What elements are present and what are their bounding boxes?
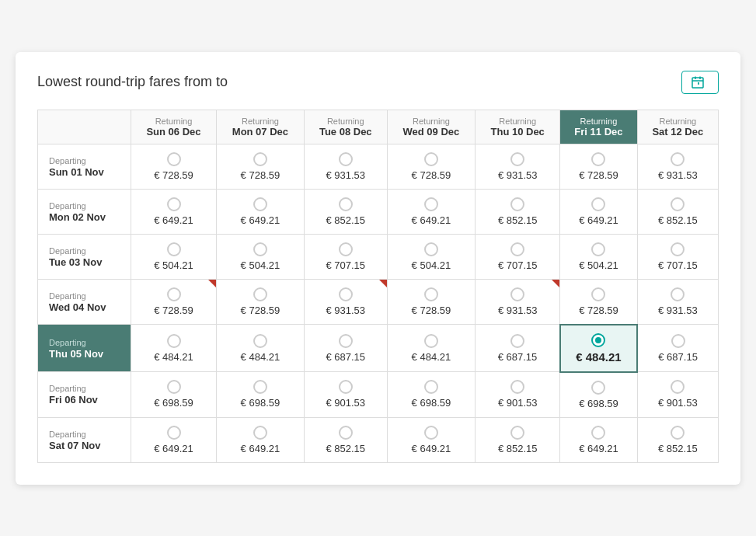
price-cell-r2-c2[interactable]: € 707.15 [304,234,387,279]
col-3-date: Wed 09 Dec [392,126,471,137]
price-text: € 728.59 [412,305,451,316]
radio-price-group: € 504.21 [221,242,299,271]
price-cell-r2-c5[interactable]: € 504.21 [560,234,637,279]
radio-circle [424,426,438,440]
price-cell-r5-c0[interactable]: € 698.59 [131,372,217,418]
change-dates-button[interactable] [681,71,719,94]
price-cell-r0-c5[interactable]: € 728.59 [560,144,637,189]
radio-price-group: € 931.53 [643,152,713,181]
radio-price-group: € 687.15 [309,334,382,363]
price-cell-r4-c2[interactable]: € 687.15 [304,325,387,372]
radio-price-group: € 504.21 [136,242,211,271]
price-cell-r1-c4[interactable]: € 852.15 [476,189,560,234]
departing-date: Sat 07 Nov [49,440,120,451]
price-cell-r0-c2[interactable]: € 931.53 [304,144,387,189]
radio-circle [424,197,438,211]
price-cell-r2-c3[interactable]: € 504.21 [387,234,476,279]
price-text: € 931.53 [326,305,365,316]
price-cell-r3-c2[interactable]: € 931.53 [304,279,387,325]
radio-circle [424,380,438,394]
price-cell-r4-c0[interactable]: € 484.21 [131,325,217,372]
radio-circle [339,287,353,301]
radio-price-group: € 698.59 [136,380,211,409]
departing-date: Wed 04 Nov [49,301,120,313]
col-2-label: Returning [309,117,382,126]
price-cell-r5-c1[interactable]: € 698.59 [217,372,305,418]
price-cell-r3-c0[interactable]: € 728.59 [131,279,217,325]
radio-circle [167,426,181,440]
price-cell-r0-c0[interactable]: € 728.59 [131,144,217,189]
radio-circle [339,334,353,348]
price-cell-r5-c6[interactable]: € 901.53 [637,372,718,418]
price-cell-r1-c1[interactable]: € 649.21 [217,189,305,234]
radio-price-group: € 707.15 [309,242,382,271]
price-cell-r1-c3[interactable]: € 649.21 [387,189,476,234]
price-cell-r5-c3[interactable]: € 698.59 [387,372,476,418]
departing-date: Tue 03 Nov [49,256,120,268]
col-2-date: Tue 08 Dec [309,126,382,137]
price-text: € 931.53 [498,169,538,181]
table-row: DepartingThu 05 Nov € 484.21 € 484.21 € … [38,325,719,372]
departing-label: Departing [49,384,86,393]
price-cell-r5-c4[interactable]: € 901.53 [476,372,560,418]
price-cell-r6-c6[interactable]: € 852.15 [637,417,718,462]
price-cell-r6-c4[interactable]: € 852.15 [476,417,560,462]
price-cell-r4-c4[interactable]: € 687.15 [476,325,560,372]
price-cell-r4-c5[interactable]: € 484.21 [560,325,637,372]
departing-label: Departing [49,291,86,301]
price-cell-r4-c1[interactable]: € 484.21 [217,325,305,372]
price-cell-r2-c1[interactable]: € 504.21 [217,234,305,279]
departing-label: Departing [49,430,86,439]
radio-price-group: € 852.15 [309,426,382,454]
row-header-5: DepartingFri 06 Nov [38,372,131,418]
price-cell-r6-c1[interactable]: € 649.21 [217,417,305,462]
radio-circle [671,380,685,394]
price-cell-r3-c5[interactable]: € 728.59 [560,279,637,325]
col-header-0: Returning Sun 06 Dec [131,110,217,144]
price-cell-r5-c2[interactable]: € 901.53 [304,372,387,418]
radio-circle [253,426,267,440]
price-cell-r0-c4[interactable]: € 931.53 [476,144,560,189]
price-cell-r6-c5[interactable]: € 649.21 [560,417,637,462]
price-cell-r2-c4[interactable]: € 707.15 [476,234,560,279]
price-cell-r6-c3[interactable]: € 649.21 [387,417,476,462]
price-cell-r5-c5[interactable]: € 698.59 [560,372,637,418]
radio-circle [510,152,524,166]
price-cell-r2-c0[interactable]: € 504.21 [131,234,217,279]
price-cell-r1-c2[interactable]: € 852.15 [304,189,387,234]
price-text: € 931.53 [498,305,538,316]
departing-label: Departing [49,338,86,347]
radio-price-group: € 687.15 [643,334,713,363]
radio-price-group: € 931.53 [480,287,555,316]
col-0-label: Returning [136,117,211,126]
radio-circle [167,287,181,301]
price-cell-r1-c6[interactable]: € 852.15 [637,189,718,234]
price-text: € 852.15 [326,214,365,226]
radio-circle [253,380,267,394]
table-row: DepartingSun 01 Nov € 728.59 € 728.59 € … [38,144,719,189]
price-text: € 484.21 [576,350,621,364]
price-cell-r3-c6[interactable]: € 931.53 [637,279,718,325]
radio-price-group: € 852.15 [643,426,713,454]
price-cell-r1-c5[interactable]: € 649.21 [560,189,637,234]
radio-price-group: € 931.53 [643,287,713,316]
radio-price-group: € 707.15 [480,242,555,271]
radio-circle [424,152,438,166]
price-cell-r1-c0[interactable]: € 649.21 [131,189,217,234]
price-text: € 484.21 [241,351,280,363]
price-cell-r0-c6[interactable]: € 931.53 [637,144,718,189]
price-cell-r0-c3[interactable]: € 728.59 [387,144,476,189]
price-cell-r3-c3[interactable]: € 728.59 [387,279,476,325]
price-cell-r4-c6[interactable]: € 687.15 [637,325,718,372]
departing-date: Fri 06 Nov [49,394,120,405]
price-cell-r6-c2[interactable]: € 852.15 [304,417,387,462]
radio-circle [591,152,605,166]
price-text: € 504.21 [241,259,280,271]
price-cell-r0-c1[interactable]: € 728.59 [217,144,305,189]
price-cell-r3-c1[interactable]: € 728.59 [217,279,305,325]
price-cell-r2-c6[interactable]: € 707.15 [637,234,718,279]
radio-price-group: € 728.59 [136,287,211,316]
price-cell-r4-c3[interactable]: € 484.21 [387,325,476,372]
price-cell-r6-c0[interactable]: € 649.21 [131,417,217,462]
price-cell-r3-c4[interactable]: € 931.53 [476,279,560,325]
